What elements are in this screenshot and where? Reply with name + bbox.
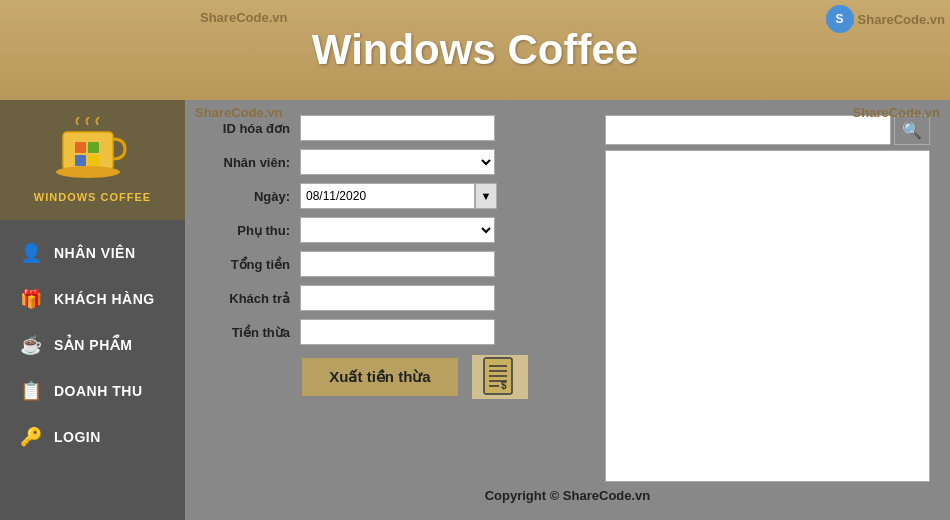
nhan-vien-select[interactable] <box>300 149 495 175</box>
content-area: ShareCode.vn ShareCode.vn ID hóa đơn Nhâ… <box>185 100 950 520</box>
svg-rect-5 <box>88 155 99 166</box>
app-title: Windows Coffee <box>312 26 638 74</box>
sidebar-label-nhan-vien: NHÂN VIÊN <box>54 245 136 261</box>
tong-tien-label: Tổng tiền <box>205 257 300 272</box>
khach-hang-icon: 🎁 <box>20 288 42 310</box>
doanh-thu-icon: 📋 <box>20 380 42 402</box>
logo-icon: S <box>826 5 854 33</box>
coffee-cup-icon <box>53 117 133 187</box>
sidebar-label-khach-hang: KHÁCH HÀNG <box>54 291 155 307</box>
form-area: ID hóa đơn Nhân viên: Ngày: ▼ <box>205 115 585 482</box>
search-icon: 🔍 <box>902 121 922 140</box>
sidebar-item-nhan-vien[interactable]: 👤 NHÂN VIÊN <box>0 230 185 276</box>
svg-rect-3 <box>88 142 99 153</box>
tien-thua-row: Tiền thừa <box>205 319 585 345</box>
id-hoa-don-input[interactable] <box>300 115 495 141</box>
main-layout: WINDOWS COFFEE 👤 NHÂN VIÊN 🎁 KHÁCH HÀNG … <box>0 100 950 520</box>
phu-thu-select[interactable] <box>300 217 495 243</box>
right-panel: 🔍 <box>605 115 930 482</box>
watermark-top-right: ShareCode.vn <box>858 12 945 27</box>
nhan-vien-row: Nhân viên: <box>205 149 585 175</box>
date-input-wrap: ▼ <box>300 183 497 209</box>
id-hoa-don-row: ID hóa đơn <box>205 115 585 141</box>
sidebar-nav: 👤 NHÂN VIÊN 🎁 KHÁCH HÀNG ☕ SẢN PHẨM 📋 DO… <box>0 220 185 470</box>
sidebar-item-doanh-thu[interactable]: 📋 DOANH THU <box>0 368 185 414</box>
phu-thu-row: Phụ thu: <box>205 217 585 243</box>
id-hoa-don-label: ID hóa đơn <box>205 121 300 136</box>
search-button[interactable]: 🔍 <box>894 115 930 145</box>
ngay-input[interactable] <box>300 183 475 209</box>
khach-tra-input[interactable] <box>300 285 495 311</box>
tong-tien-input[interactable] <box>300 251 495 277</box>
phu-thu-label: Phụ thu: <box>205 223 300 238</box>
bill-svg-icon: $ <box>481 356 519 398</box>
khach-tra-label: Khách trả <box>205 291 300 306</box>
tien-thua-label: Tiền thừa <box>205 325 300 340</box>
date-picker-button[interactable]: ▼ <box>475 183 497 209</box>
svg-text:$: $ <box>501 380 507 391</box>
svg-rect-4 <box>75 155 86 166</box>
sidebar-brand-label: WINDOWS COFFEE <box>34 191 151 203</box>
sidebar-label-login: LOGIN <box>54 429 101 445</box>
xuat-tien-thua-button[interactable]: Xuất tiền thừa <box>300 356 460 398</box>
search-bar: 🔍 <box>605 115 930 145</box>
sidebar-logo-area: WINDOWS COFFEE <box>0 100 185 220</box>
buttons-area: Xuất tiền thừa $ <box>300 353 585 401</box>
sidebar-label-san-pham: SẢN PHẨM <box>54 337 132 353</box>
svg-point-1 <box>56 166 120 178</box>
svg-rect-2 <box>75 142 86 153</box>
tong-tien-row: Tổng tiền <box>205 251 585 277</box>
content-body: ID hóa đơn Nhân viên: Ngày: ▼ <box>205 115 930 482</box>
login-icon: 🔑 <box>20 426 42 448</box>
sidebar-item-login[interactable]: 🔑 LOGIN <box>0 414 185 460</box>
sidebar-item-san-pham[interactable]: ☕ SẢN PHẨM <box>0 322 185 368</box>
san-pham-icon: ☕ <box>20 334 42 356</box>
copyright-text: Copyright © ShareCode.vn <box>205 482 930 505</box>
product-list-area <box>605 150 930 482</box>
nhan-vien-icon: 👤 <box>20 242 42 264</box>
header: ShareCode.vn Windows Coffee S ShareCode.… <box>0 0 950 100</box>
khach-tra-row: Khách trả <box>205 285 585 311</box>
sidebar-item-khach-hang[interactable]: 🎁 KHÁCH HÀNG <box>0 276 185 322</box>
tien-thua-input[interactable] <box>300 319 495 345</box>
nhan-vien-label: Nhân viên: <box>205 155 300 170</box>
sharecode-logo: S ShareCode.vn <box>826 5 945 33</box>
sidebar: WINDOWS COFFEE 👤 NHÂN VIÊN 🎁 KHÁCH HÀNG … <box>0 100 185 520</box>
ngay-row: Ngày: ▼ <box>205 183 585 209</box>
bill-icon-button[interactable]: $ <box>470 353 530 401</box>
sidebar-label-doanh-thu: DOANH THU <box>54 383 143 399</box>
ngay-label: Ngày: <box>205 189 300 204</box>
watermark-top-left: ShareCode.vn <box>200 10 287 25</box>
search-input[interactable] <box>605 115 891 145</box>
